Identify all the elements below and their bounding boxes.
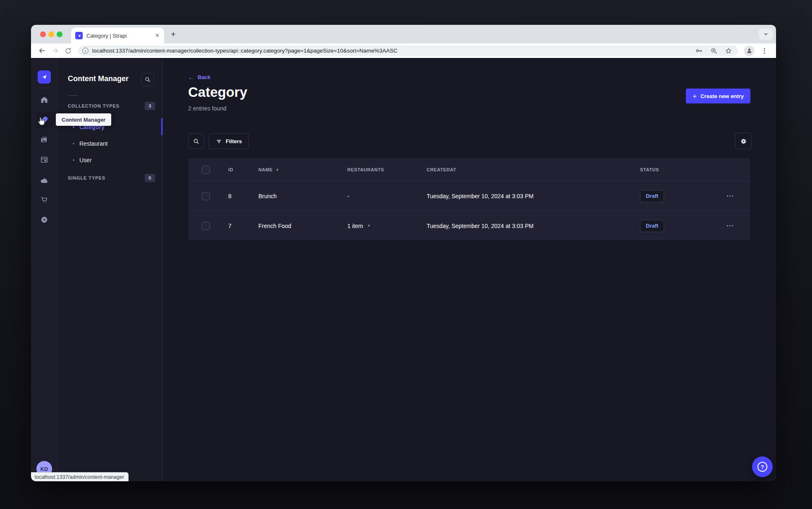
subnav-item-restaurant[interactable]: Restaurant bbox=[58, 135, 162, 152]
cell-name: Brunch bbox=[247, 193, 336, 199]
cell-createdat: Tuesday, September 10, 2024 at 3:03 PM bbox=[416, 193, 629, 199]
tab-search-chevron-icon[interactable] bbox=[759, 29, 773, 40]
back-icon[interactable] bbox=[37, 47, 47, 54]
status-badge: Draft bbox=[640, 190, 664, 202]
subnav-item-user[interactable]: User bbox=[58, 152, 162, 168]
view-settings-gear-icon[interactable] bbox=[735, 133, 752, 149]
subnav-title: Content Manager bbox=[68, 74, 129, 83]
filter-icon bbox=[216, 138, 222, 144]
browser-tab[interactable]: Category | Strapi × bbox=[71, 28, 164, 43]
zoom-in-icon[interactable] bbox=[710, 47, 717, 54]
url-text: localhost:1337/admin/content-manager/col… bbox=[92, 48, 398, 54]
url-bar-icons bbox=[695, 47, 732, 55]
main-content: ← Back Category 2 entries found + Create… bbox=[163, 58, 776, 481]
collection-types-list: Category Restaurant User bbox=[58, 119, 162, 168]
page-title: Category bbox=[188, 84, 247, 100]
content-type-builder-icon[interactable] bbox=[36, 151, 53, 168]
bullet-icon bbox=[73, 126, 74, 128]
entries-count: 2 entries found bbox=[188, 105, 227, 112]
entries-table: ID NAME▲ RESTAURANTS CREATEDAT STATUS 8 … bbox=[188, 158, 750, 240]
browser-tab-strip: Category | Strapi × + bbox=[31, 25, 776, 43]
subnav-search-button[interactable] bbox=[141, 73, 154, 86]
rail-divider bbox=[38, 88, 51, 88]
subnav-item-label: Restaurant bbox=[79, 140, 107, 147]
page-info-icon[interactable]: i bbox=[82, 48, 88, 54]
filters-button[interactable]: Filters bbox=[209, 133, 249, 149]
new-tab-button[interactable]: + bbox=[167, 29, 179, 40]
bullet-icon bbox=[73, 159, 74, 161]
row-actions-menu-icon[interactable] bbox=[727, 195, 733, 197]
single-types-label: SINGLE TYPES bbox=[68, 175, 105, 180]
link-preview-status-bar: localhost:1337/admin/content-manager bbox=[31, 472, 129, 481]
collection-types-label: COLLECTION TYPES bbox=[68, 103, 119, 108]
help-button[interactable]: ? bbox=[752, 456, 773, 477]
reload-icon[interactable] bbox=[63, 48, 73, 54]
column-header-restaurants: RESTAURANTS bbox=[336, 167, 416, 172]
url-bar[interactable]: i localhost:1337/admin/content-manager/c… bbox=[78, 46, 738, 56]
row-actions-menu-icon[interactable] bbox=[727, 225, 733, 226]
cell-name: French Food bbox=[247, 223, 336, 229]
table-row[interactable]: 8 Brunch - Tuesday, September 10, 2024 a… bbox=[188, 181, 750, 211]
bookmark-star-icon[interactable] bbox=[725, 47, 732, 55]
collection-types-section: COLLECTION TYPES 3 bbox=[68, 102, 155, 110]
table-row[interactable]: 7 French Food 1 item▼ Tuesday, September… bbox=[188, 211, 750, 240]
home-icon[interactable] bbox=[36, 91, 53, 108]
media-library-icon[interactable] bbox=[36, 131, 53, 148]
browser-profile-icon[interactable] bbox=[744, 46, 755, 56]
column-header-createdat: CREATEDAT bbox=[416, 167, 629, 172]
nav-tooltip: Content Manager bbox=[56, 113, 111, 126]
forward-icon bbox=[50, 47, 60, 54]
row-checkbox[interactable] bbox=[202, 222, 210, 230]
mouse-cursor-icon bbox=[37, 116, 46, 128]
marketplace-cart-icon[interactable] bbox=[36, 191, 53, 208]
back-label: Back bbox=[198, 74, 210, 80]
status-badge: Draft bbox=[640, 220, 664, 232]
strapi-logo[interactable] bbox=[38, 70, 51, 84]
table-search-button[interactable] bbox=[188, 133, 204, 149]
strapi-favicon-icon bbox=[75, 32, 83, 39]
row-checkbox[interactable] bbox=[202, 192, 210, 200]
question-mark-icon: ? bbox=[757, 462, 767, 472]
cell-id: 8 bbox=[217, 193, 247, 199]
window-minimize-button[interactable] bbox=[48, 31, 54, 37]
create-new-entry-button[interactable]: + Create new entry bbox=[686, 89, 750, 103]
back-arrow-icon: ← bbox=[188, 74, 194, 81]
create-new-entry-label: Create new entry bbox=[700, 93, 744, 99]
table-header-row: ID NAME▲ RESTAURANTS CREATEDAT STATUS bbox=[188, 158, 750, 181]
back-link[interactable]: ← Back bbox=[188, 74, 210, 81]
active-item-indicator bbox=[161, 118, 162, 135]
cloud-icon[interactable] bbox=[36, 172, 53, 189]
cell-createdat: Tuesday, September 10, 2024 at 3:03 PM bbox=[416, 223, 629, 229]
single-types-count-badge: 0 bbox=[145, 174, 155, 182]
column-header-name[interactable]: NAME▲ bbox=[247, 167, 336, 172]
tab-title: Category | Strapi bbox=[86, 33, 155, 39]
browser-window: Category | Strapi × + i localhost:1337/a… bbox=[31, 25, 776, 481]
plus-icon: + bbox=[693, 93, 697, 100]
strapi-admin: KD Content Manager COLLECTION TYPES 3 Ca… bbox=[31, 58, 776, 481]
collection-types-count-badge: 3 bbox=[145, 102, 155, 110]
column-header-id: ID bbox=[217, 167, 247, 172]
cell-restaurants-dropdown[interactable]: 1 item▼ bbox=[336, 223, 416, 229]
password-key-icon[interactable] bbox=[695, 47, 703, 55]
column-header-status: STATUS bbox=[629, 167, 716, 172]
filters-label: Filters bbox=[226, 138, 242, 144]
window-maximize-button[interactable] bbox=[57, 31, 62, 37]
browser-toolbar: i localhost:1337/admin/content-manager/c… bbox=[31, 43, 776, 58]
chevron-down-icon: ▼ bbox=[367, 224, 370, 228]
select-all-checkbox[interactable] bbox=[202, 166, 210, 174]
subnav-divider bbox=[68, 95, 78, 96]
bullet-icon bbox=[73, 143, 74, 144]
single-types-section: SINGLE TYPES 0 bbox=[68, 174, 155, 182]
sort-ascending-icon: ▲ bbox=[276, 168, 279, 171]
settings-gear-icon[interactable] bbox=[36, 211, 53, 228]
cell-id: 7 bbox=[217, 223, 247, 229]
window-close-button[interactable] bbox=[40, 31, 46, 37]
tab-close-icon[interactable]: × bbox=[155, 32, 160, 39]
browser-menu-kebab-icon[interactable]: ⋮ bbox=[761, 48, 768, 54]
subnav-item-label: User bbox=[79, 157, 92, 163]
cell-restaurants: - bbox=[336, 193, 416, 199]
